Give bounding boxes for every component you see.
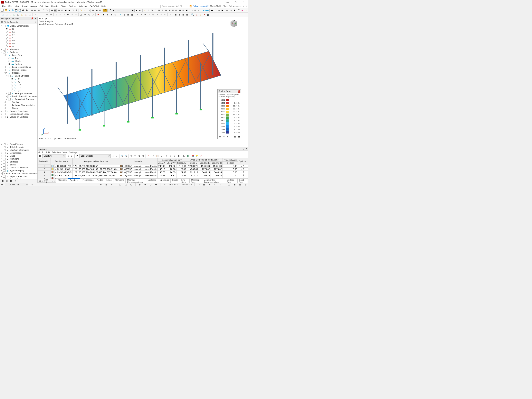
res4-icon[interactable]: ⊠ <box>157 9 160 12</box>
sel3-icon[interactable]: ⬚ <box>9 13 12 16</box>
frame4-icon[interactable]: ⊡ <box>114 13 117 16</box>
cut-icon[interactable]: ⧈ <box>197 9 200 12</box>
menu-file[interactable]: File <box>1 5 7 8</box>
minimize-button[interactable]: — <box>224 0 232 4</box>
render-icon[interactable]: ▨ <box>57 9 60 12</box>
status-b1-icon[interactable]: ▾ <box>30 183 34 186</box>
m6-icon[interactable]: ✕ <box>155 13 159 16</box>
sb4-icon[interactable]: ⬚ <box>119 183 122 186</box>
arr5-icon[interactable]: ⤢ <box>70 13 74 16</box>
sec-prev2-icon[interactable]: ◂ <box>111 154 114 158</box>
cp-opt2-icon[interactable]: ⚖ <box>222 135 225 138</box>
cp-opt4-icon[interactable]: ▤ <box>233 135 237 138</box>
snap-icon[interactable]: ⊞ <box>98 9 101 12</box>
sel2-icon[interactable]: ⬚ <box>5 13 8 16</box>
print2-icon[interactable]: 🖶 <box>182 154 185 158</box>
navigator-mode[interactable]: ▦Static Analysis ‹ › ▾ <box>0 20 38 24</box>
menu-insert[interactable]: Insert <box>21 5 29 8</box>
xray-icon[interactable]: ※ <box>75 9 78 12</box>
sb10-icon[interactable]: ◓ <box>154 183 158 186</box>
arr4-icon[interactable]: ⇔ <box>66 13 70 16</box>
results-filter-icon[interactable]: ★ <box>143 9 146 12</box>
menu-results[interactable]: Results <box>50 5 60 8</box>
delete-icon[interactable]: ✕ <box>146 154 150 158</box>
wave-icon[interactable]: ∿ <box>119 13 122 16</box>
nav-foot4-icon[interactable]: ∿ <box>14 179 17 183</box>
navigator-tree[interactable]: ▾🌐Global Deformations ▭|u| ▭uX ▭uY ▭uZ ▭… <box>0 24 38 142</box>
open-icon[interactable] <box>4 9 7 12</box>
warn-icon[interactable]: △ <box>195 13 198 16</box>
find-icon[interactable]: 🔍 <box>120 154 124 158</box>
new-icon[interactable] <box>1 9 4 12</box>
node-icon[interactable]: • <box>33 13 37 16</box>
m8-icon[interactable]: ● <box>163 13 167 16</box>
sb8-icon[interactable]: ◑ <box>143 183 147 186</box>
arr2-icon[interactable]: ↔ <box>58 13 62 16</box>
tbl3-icon[interactable]: ▦ <box>182 13 185 16</box>
lc-combo[interactable]: LC1 <box>107 9 115 12</box>
sb3-icon[interactable]: ✂ <box>110 183 114 186</box>
cloud-icon[interactable]: ☁ <box>8 9 11 12</box>
row-ins-icon[interactable]: ⊕ <box>137 154 141 158</box>
basic-icon[interactable]: ⚑ <box>76 154 79 158</box>
view1-icon[interactable]: ◪ <box>68 9 71 12</box>
tbl2-icon[interactable]: ▦ <box>178 13 181 16</box>
lc-prev-icon[interactable]: ◂ <box>135 9 138 12</box>
info-icon[interactable]: ⓘ <box>238 9 241 12</box>
menu-tools[interactable]: Tools <box>60 5 68 8</box>
sel6-icon[interactable]: ⬚ <box>20 13 24 16</box>
sel7-icon[interactable]: ⬚ <box>24 13 28 16</box>
print-preview-icon[interactable]: 🖶 <box>25 9 28 12</box>
sections-dock-icon[interactable]: ▱ <box>243 148 244 150</box>
res10-icon[interactable]: ▩ <box>178 9 181 12</box>
table-row[interactable]: 1 ○ CHS 630/12/C 125,161,285,409,533,657… <box>38 164 249 168</box>
arr3-icon[interactable]: ⇕ <box>62 13 66 16</box>
lib2-icon[interactable]: 📚 <box>191 154 195 158</box>
solid2-icon[interactable]: ▭ <box>49 13 53 16</box>
tab-last-icon[interactable]: ⏭ <box>54 180 56 182</box>
tab-first-icon[interactable]: ⏮ <box>38 180 41 182</box>
close-button[interactable]: ✕ <box>239 0 247 4</box>
p-badge[interactable]: P <box>103 9 107 12</box>
sel8-icon[interactable]: ⬚ <box>28 13 32 16</box>
fn3-icon[interactable]: fx <box>173 154 176 158</box>
m4-icon[interactable]: ⋮ <box>147 13 151 16</box>
solid-icon[interactable]: ▧ <box>54 9 57 12</box>
view-cube-icon[interactable]: -Z +Y -X <box>229 19 239 28</box>
cp-opt1-icon[interactable]: ⊞ <box>218 135 222 138</box>
frame1-icon[interactable]: ⊞ <box>102 13 105 16</box>
display3-icon[interactable]: ▮ <box>233 9 236 12</box>
sb2-icon[interactable]: ▦ <box>105 183 108 186</box>
m7-icon[interactable]: ○ <box>159 13 163 16</box>
sb-gl-icon[interactable]: ⟂ <box>219 183 222 186</box>
paste-icon[interactable]: 📋 <box>156 154 159 158</box>
save-icon[interactable]: 💾 <box>15 9 18 12</box>
undo-icon[interactable]: ↶ <box>42 9 45 12</box>
glass-icon[interactable]: 🔍 <box>191 13 194 16</box>
surf-icon[interactable]: ▱ <box>45 13 49 16</box>
export-icon[interactable]: ⇪ <box>160 154 163 158</box>
sections-menu-view[interactable]: View <box>63 151 67 154</box>
nav-foot1-icon[interactable]: ▦ <box>1 179 4 183</box>
sections-menu-selection[interactable]: Selection <box>52 151 61 154</box>
redo-icon[interactable]: ↷ <box>45 9 49 12</box>
control-panel[interactable]: Control Panel✕ Surfaces | Stresses | Bas… <box>217 89 241 139</box>
nav-foot3-icon[interactable]: ▦ <box>9 179 13 183</box>
frame2-icon[interactable]: ⊟ <box>106 13 109 16</box>
sup1-icon[interactable]: △ <box>79 13 83 16</box>
arr1-icon[interactable]: ↕ <box>54 13 58 16</box>
sb-v2-icon[interactable]: ▣ <box>233 183 236 186</box>
cp-opt5-icon[interactable]: ▦ <box>237 135 241 138</box>
print-icon[interactable]: 🖶 <box>22 9 25 12</box>
cube3-icon[interactable]: ◪ <box>130 13 134 16</box>
structure-combo[interactable]: Structure <box>42 154 66 158</box>
cube2-icon[interactable]: ◩ <box>127 13 130 16</box>
addon4-icon[interactable]: ▣ <box>221 9 224 12</box>
row-dup-icon[interactable]: ⊖ <box>141 154 145 158</box>
sb-grid-icon[interactable]: ▦ <box>202 183 206 186</box>
m3-icon[interactable]: ☰ <box>144 13 147 16</box>
status-cs-combo[interactable]: 1 - Global XYZ <box>5 183 28 186</box>
sel5-icon[interactable]: ⬚ <box>16 13 20 16</box>
sb-v1-icon[interactable]: ▢ <box>227 183 231 186</box>
copy-icon[interactable]: ⎘ <box>152 154 155 158</box>
